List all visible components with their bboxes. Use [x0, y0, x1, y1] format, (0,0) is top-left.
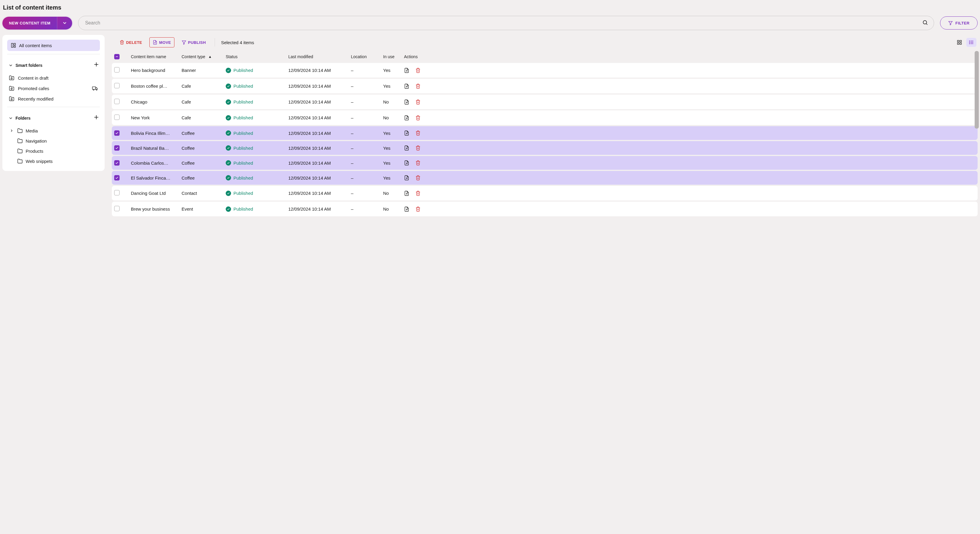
row-delete-button[interactable]: [415, 145, 421, 151]
svg-point-12: [96, 89, 97, 90]
row-checkbox[interactable]: [114, 175, 131, 180]
smart-folder-item[interactable]: Content in draft: [7, 73, 100, 83]
row-move-button[interactable]: [404, 131, 409, 136]
row-checkbox[interactable]: [114, 115, 131, 121]
row-delete-button[interactable]: [415, 206, 421, 212]
folder-icon: [17, 158, 23, 164]
table-row[interactable]: Dancing Goat LtdContactPublished12/09/20…: [112, 186, 978, 201]
table-row[interactable]: Colombia Carlos…CoffeePublished12/09/202…: [112, 156, 978, 170]
row-move-button[interactable]: [404, 68, 409, 73]
row-move-button[interactable]: [404, 145, 409, 151]
grid-view-button[interactable]: [955, 38, 964, 47]
row-move-button[interactable]: [404, 175, 409, 180]
row-move-button[interactable]: [404, 160, 409, 166]
row-checkbox[interactable]: [114, 145, 131, 151]
folder-item[interactable]: Media: [7, 126, 100, 136]
table-row[interactable]: El Salvador Finca…CoffeePublished12/09/2…: [112, 171, 978, 185]
bulk-move-button[interactable]: MOVE: [150, 37, 174, 48]
row-in-use: Yes: [383, 83, 404, 89]
row-checkbox[interactable]: [114, 131, 131, 136]
filter-button[interactable]: FILTER: [940, 16, 978, 30]
table-row[interactable]: ChicagoCafePublished12/09/2024 10:14 AM–…: [112, 94, 978, 109]
new-content-item-button[interactable]: NEW CONTENT ITEM: [2, 17, 57, 30]
row-move-button[interactable]: [404, 99, 409, 105]
row-delete-button[interactable]: [415, 191, 421, 196]
col-status[interactable]: Status: [226, 54, 288, 59]
row-delete-button[interactable]: [415, 160, 421, 166]
bulk-publish-button[interactable]: PUBLISH: [178, 38, 209, 47]
smart-folder-item[interactable]: Recently modified: [7, 94, 100, 104]
move-file-icon: [153, 40, 158, 45]
table-row[interactable]: Brazil Natural Ba…CoffeePublished12/09/2…: [112, 141, 978, 155]
row-type: Banner: [181, 68, 226, 73]
smart-folders-header[interactable]: Smart folders: [7, 58, 100, 73]
row-in-use: Yes: [383, 131, 404, 136]
bulk-action-bar: DELETE MOVE PUBLISH Selected 4 items: [112, 35, 978, 51]
add-folder-button[interactable]: [93, 114, 100, 123]
table-row[interactable]: Boston coffee pl…CafePublished12/09/2024…: [112, 79, 978, 93]
chevron-down-icon: [62, 20, 67, 26]
row-checkbox[interactable]: [114, 67, 131, 73]
col-in-use[interactable]: In use: [383, 54, 404, 59]
folder-item[interactable]: Products: [7, 146, 100, 156]
list-view-button[interactable]: [966, 38, 977, 47]
row-type: Cafe: [181, 115, 226, 120]
svg-rect-18: [957, 40, 959, 42]
row-checkbox[interactable]: [114, 99, 131, 105]
row-in-use: No: [383, 206, 404, 212]
add-smart-folder-button[interactable]: [93, 61, 100, 70]
bulk-delete-button[interactable]: DELETE: [116, 38, 145, 47]
row-modified: 12/09/2024 10:14 AM: [288, 115, 351, 120]
row-move-button[interactable]: [404, 115, 409, 121]
row-delete-button[interactable]: [415, 131, 421, 136]
row-delete-button[interactable]: [415, 68, 421, 73]
new-content-item-dropdown[interactable]: [57, 17, 72, 30]
table-row[interactable]: Bolivia Finca Illim…CoffeePublished12/09…: [112, 126, 978, 140]
table-row[interactable]: Hero backgroundBannerPublished12/09/2024…: [112, 63, 978, 78]
scrollbar-thumb[interactable]: [975, 51, 979, 129]
col-modified[interactable]: Last modified: [288, 54, 351, 59]
folder-item[interactable]: Web snippets: [7, 156, 100, 166]
svg-point-26: [969, 42, 970, 43]
row-modified: 12/09/2024 10:14 AM: [288, 99, 351, 104]
grid-icon: [957, 40, 962, 45]
row-location: –: [351, 83, 383, 89]
row-status: Published: [226, 191, 288, 196]
row-modified: 12/09/2024 10:14 AM: [288, 145, 351, 151]
new-content-item-group: NEW CONTENT ITEM: [2, 17, 72, 30]
row-delete-button[interactable]: [415, 115, 421, 121]
content-area: DELETE MOVE PUBLISH Selected 4 items: [112, 35, 978, 217]
row-move-button[interactable]: [404, 191, 409, 196]
row-checkbox[interactable]: [114, 160, 131, 166]
smart-folder-item[interactable]: Promoted cafes: [7, 83, 100, 94]
row-in-use: No: [383, 115, 404, 120]
row-modified: 12/09/2024 10:14 AM: [288, 175, 351, 180]
table-row[interactable]: New YorkCafePublished12/09/2024 10:14 AM…: [112, 110, 978, 125]
row-checkbox[interactable]: [114, 83, 131, 89]
sidebar-all-content-items[interactable]: All content items: [7, 40, 100, 51]
col-type[interactable]: Content type ▲: [181, 54, 226, 59]
row-delete-button[interactable]: [415, 99, 421, 105]
check-circle-icon: [226, 99, 231, 105]
search-input[interactable]: [78, 16, 934, 30]
row-checkbox[interactable]: [114, 206, 131, 212]
svg-rect-20: [957, 43, 959, 45]
folders-header[interactable]: Folders: [7, 111, 100, 126]
col-location[interactable]: Location: [351, 54, 383, 59]
svg-rect-10: [92, 87, 96, 89]
row-move-button[interactable]: [404, 83, 409, 89]
row-checkbox[interactable]: [114, 190, 131, 196]
row-type: Coffee: [181, 175, 226, 180]
check-circle-icon: [226, 160, 231, 166]
col-name[interactable]: Content item name: [131, 54, 181, 59]
table-row[interactable]: Brew your businessEventPublished12/09/20…: [112, 202, 978, 216]
row-location: –: [351, 68, 383, 73]
row-delete-button[interactable]: [415, 175, 421, 180]
row-actions: [404, 160, 436, 166]
row-delete-button[interactable]: [415, 83, 421, 89]
folder-item[interactable]: Navigation: [7, 136, 100, 146]
select-all-checkbox[interactable]: [114, 54, 131, 59]
row-move-button[interactable]: [404, 206, 409, 212]
row-name: Dancing Goat Ltd: [131, 191, 181, 196]
trash-icon: [415, 206, 421, 212]
